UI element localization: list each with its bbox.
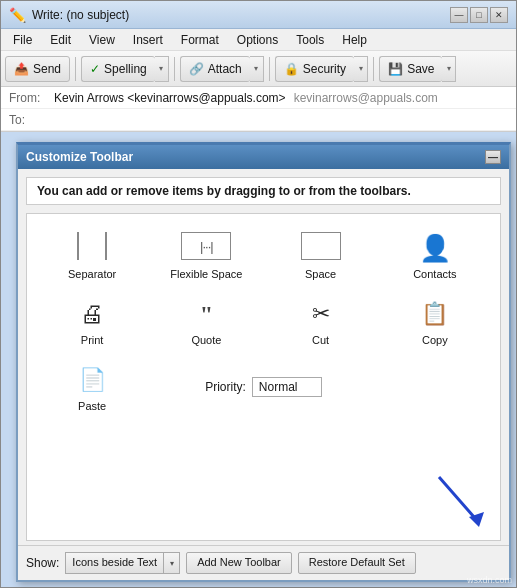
attach-dropdown-arrow[interactable]: ▾ xyxy=(250,56,264,82)
dialog-close-button[interactable]: — xyxy=(485,150,501,164)
send-button[interactable]: 📤 Send xyxy=(5,56,70,82)
cut-label: Cut xyxy=(312,334,329,346)
menu-help[interactable]: Help xyxy=(334,31,375,49)
close-button[interactable]: ✕ xyxy=(490,7,508,23)
toolbar-separator-3 xyxy=(269,57,270,81)
title-bar-left: ✏️ Write: (no subject) xyxy=(9,7,129,23)
attach-dropdown: 🔗 Attach ▾ xyxy=(180,56,264,82)
menu-file[interactable]: File xyxy=(5,31,40,49)
spelling-dropdown: ✓ Spelling ▾ xyxy=(81,56,169,82)
priority-input[interactable] xyxy=(252,377,322,397)
show-select-button[interactable]: Icons beside Text xyxy=(65,552,164,574)
items-grid: Separator |···| Flexible Space xyxy=(27,214,500,428)
menu-view[interactable]: View xyxy=(81,31,123,49)
item-copy[interactable]: 📋 Copy xyxy=(378,288,492,354)
menu-format[interactable]: Format xyxy=(173,31,227,49)
contacts-icon: 👤 xyxy=(419,232,451,264)
dialog-title-bar: Customize Toolbar — xyxy=(18,145,509,169)
item-space[interactable]: Space xyxy=(264,222,378,288)
maximize-button[interactable]: □ xyxy=(470,7,488,23)
spelling-label: Spelling xyxy=(104,62,147,76)
item-quote[interactable]: " Quote xyxy=(149,288,263,354)
spelling-button[interactable]: ✓ Spelling xyxy=(81,56,155,82)
security-dropdown-arrow[interactable]: ▾ xyxy=(354,56,368,82)
space-label: Space xyxy=(305,268,336,280)
send-label: Send xyxy=(33,62,61,76)
attach-button[interactable]: 🔗 Attach xyxy=(180,56,250,82)
show-select-arrow[interactable]: ▾ xyxy=(164,552,180,574)
title-controls: — □ ✕ xyxy=(450,7,508,23)
security-button[interactable]: 🔒 Security xyxy=(275,56,354,82)
save-dropdown: 💾 Save ▾ xyxy=(379,56,456,82)
quote-label: Quote xyxy=(191,334,221,346)
show-label: Show: xyxy=(26,556,59,570)
item-flexible-space[interactable]: |···| Flexible Space xyxy=(149,222,263,288)
flexible-space-icon: |···| xyxy=(181,232,231,264)
menu-tools[interactable]: Tools xyxy=(288,31,332,49)
show-select: Icons beside Text ▾ xyxy=(65,552,180,574)
to-label: To: xyxy=(9,113,54,127)
spelling-icon: ✓ xyxy=(90,62,100,76)
security-icon: 🔒 xyxy=(284,62,299,76)
attach-label: Attach xyxy=(208,62,242,76)
menu-bar: File Edit View Insert Format Options Too… xyxy=(1,29,516,51)
menu-insert[interactable]: Insert xyxy=(125,31,171,49)
priority-label: Priority: xyxy=(205,380,246,394)
dialog-bottom: Show: Icons beside Text ▾ Add New Toolba… xyxy=(18,545,509,580)
cut-icon: ✂ xyxy=(312,298,330,330)
flexible-space-label: Flexible Space xyxy=(170,268,242,280)
toolbar-separator-1 xyxy=(75,57,76,81)
dialog-info: You can add or remove items by dragging … xyxy=(26,177,501,205)
item-paste[interactable]: 📄 Paste xyxy=(35,354,149,420)
save-button[interactable]: 💾 Save xyxy=(379,56,442,82)
customize-toolbar-dialog: Customize Toolbar — You can add or remov… xyxy=(16,142,511,582)
toolbar: 📤 Send ✓ Spelling ▾ 🔗 Attach ▾ 🔒 Securit… xyxy=(1,51,516,87)
quote-icon: " xyxy=(200,298,213,330)
item-cut[interactable]: ✂ Cut xyxy=(264,288,378,354)
security-label: Security xyxy=(303,62,346,76)
from-row: From: Kevin Arrows <kevinarrows@appuals.… xyxy=(1,87,516,109)
attach-icon: 🔗 xyxy=(189,62,204,76)
items-container: Separator |···| Flexible Space xyxy=(26,213,501,541)
item-priority: Priority: xyxy=(149,354,378,420)
menu-options[interactable]: Options xyxy=(229,31,286,49)
minimize-button[interactable]: — xyxy=(450,7,468,23)
dialog-title: Customize Toolbar xyxy=(26,150,133,164)
space-icon xyxy=(301,232,341,264)
menu-edit[interactable]: Edit xyxy=(42,31,79,49)
separator-icon xyxy=(77,232,107,264)
watermark: wsxdn.com xyxy=(467,575,512,585)
from-alias: kevinarrows@appuals.com xyxy=(294,91,438,105)
item-contacts[interactable]: 👤 Contacts xyxy=(378,222,492,288)
print-label: Print xyxy=(81,334,104,346)
security-dropdown: 🔒 Security ▾ xyxy=(275,56,368,82)
toolbar-separator-4 xyxy=(373,57,374,81)
title-bar: ✏️ Write: (no subject) — □ ✕ xyxy=(1,1,516,29)
save-label: Save xyxy=(407,62,434,76)
paste-label: Paste xyxy=(78,400,106,412)
dialog-overlay: Customize Toolbar — You can add or remov… xyxy=(1,132,516,587)
item-print[interactable]: 🖨 Print xyxy=(35,288,149,354)
item-separator[interactable]: Separator xyxy=(35,222,149,288)
from-value: Kevin Arrows <kevinarrows@appuals.com> xyxy=(54,91,286,105)
copy-label: Copy xyxy=(422,334,448,346)
paste-icon: 📄 xyxy=(79,364,106,396)
compose-area: From: Kevin Arrows <kevinarrows@appuals.… xyxy=(1,87,516,132)
main-window: ✏️ Write: (no subject) — □ ✕ File Edit V… xyxy=(0,0,517,588)
print-icon: 🖨 xyxy=(80,298,104,330)
contacts-label: Contacts xyxy=(413,268,456,280)
send-icon: 📤 xyxy=(14,62,29,76)
restore-default-button[interactable]: Restore Default Set xyxy=(298,552,416,574)
save-icon: 💾 xyxy=(388,62,403,76)
spelling-dropdown-arrow[interactable]: ▾ xyxy=(155,56,169,82)
from-label: From: xyxy=(9,91,54,105)
add-toolbar-button[interactable]: Add New Toolbar xyxy=(186,552,292,574)
copy-icon: 📋 xyxy=(421,298,448,330)
toolbar-separator-2 xyxy=(174,57,175,81)
separator-label: Separator xyxy=(68,268,116,280)
save-dropdown-arrow[interactable]: ▾ xyxy=(442,56,456,82)
window-title: Write: (no subject) xyxy=(32,8,129,22)
to-row: To: xyxy=(1,109,516,131)
